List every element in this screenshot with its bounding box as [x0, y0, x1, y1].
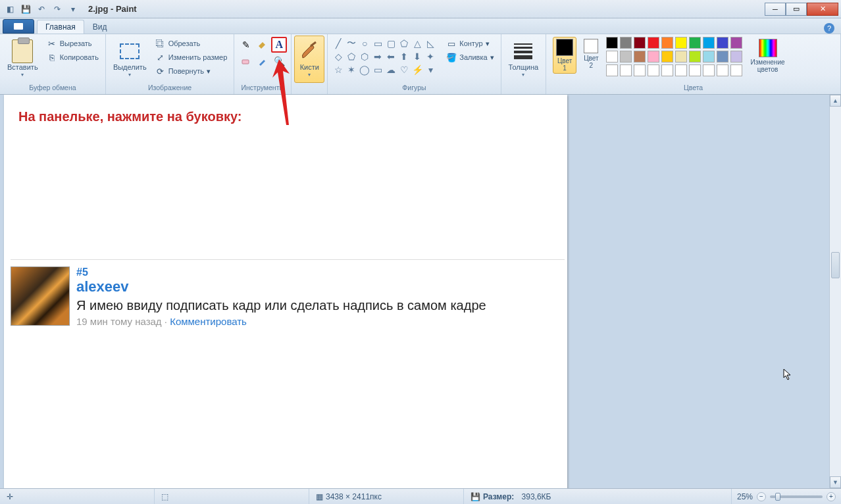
picker-tool[interactable]: [255, 53, 270, 69]
shape-curve[interactable]: 〜: [345, 37, 358, 50]
shape-arrow-r[interactable]: ➡: [371, 50, 384, 63]
palette-color[interactable]: [648, 51, 659, 63]
palette-color[interactable]: [620, 64, 632, 76]
magnifier-tool[interactable]: 🔍: [271, 53, 287, 69]
palette-color[interactable]: [648, 37, 659, 49]
palette-color[interactable]: [634, 37, 646, 49]
cut-button[interactable]: ✂Вырезать: [44, 37, 101, 50]
palette-color[interactable]: [675, 37, 687, 49]
shape-rect[interactable]: ▭: [371, 37, 384, 50]
palette-color[interactable]: [620, 37, 632, 49]
copy-button[interactable]: ⎘Копировать: [44, 51, 101, 64]
fill-button[interactable]: 🪣Заливка ▾: [444, 51, 496, 64]
shape-callout-cloud[interactable]: ☁: [384, 63, 397, 76]
shape-heart[interactable]: ♡: [397, 63, 411, 76]
palette-color[interactable]: [675, 64, 687, 76]
shape-polygon[interactable]: ⬠: [397, 37, 411, 50]
minimize-button[interactable]: ─: [765, 3, 786, 16]
shape-roundrect[interactable]: ▢: [384, 37, 397, 50]
help-icon[interactable]: ?: [824, 23, 834, 34]
palette-color[interactable]: [661, 51, 673, 63]
shape-arrow-l[interactable]: ⬅: [384, 50, 397, 63]
group-image: Выделить ▾ ⿻Обрезать ⤢Изменить размер ⟳П…: [106, 34, 234, 94]
color2-button[interactable]: Цвет 2: [580, 37, 601, 71]
shape-pentagon[interactable]: ⬠: [345, 50, 358, 63]
shape-rtriangle[interactable]: ◺: [424, 37, 437, 50]
edit-colors-button[interactable]: Изменение цветов: [748, 37, 788, 75]
redo-icon[interactable]: ↷: [50, 2, 64, 16]
fill-tool[interactable]: [255, 37, 270, 53]
text-tool[interactable]: A: [271, 37, 287, 53]
palette-color[interactable]: [606, 64, 618, 76]
vertical-scrollbar[interactable]: ▲ ▼: [829, 95, 841, 488]
shape-4star[interactable]: ✦: [424, 50, 437, 63]
paint-menu-icon[interactable]: ◧: [3, 2, 17, 16]
palette-color[interactable]: [606, 37, 618, 49]
outline-button[interactable]: ▭Контур ▾: [444, 37, 496, 50]
tab-home[interactable]: Главная: [37, 20, 84, 34]
shape-arrow-u[interactable]: ⬆: [397, 50, 411, 63]
scroll-down-button[interactable]: ▼: [830, 476, 841, 488]
shape-lightning[interactable]: ⚡: [411, 63, 424, 76]
tab-view[interactable]: Вид: [84, 20, 116, 34]
zoom-out-button[interactable]: −: [757, 492, 766, 501]
shape-hexagon[interactable]: ⬡: [358, 50, 371, 63]
close-button[interactable]: ✕: [807, 3, 838, 16]
workspace[interactable]: На панельке, нажмите на буковку: #5 alex…: [0, 95, 829, 488]
shape-6star[interactable]: ✶: [345, 63, 358, 76]
scroll-up-button[interactable]: ▲: [830, 95, 841, 107]
thickness-button[interactable]: Толщина ▾: [504, 36, 544, 83]
palette-color[interactable]: [717, 64, 728, 76]
palette-color[interactable]: [689, 37, 701, 49]
palette-color[interactable]: [689, 64, 701, 76]
palette-color[interactable]: [661, 64, 673, 76]
palette-color[interactable]: [606, 51, 618, 63]
shape-more[interactable]: ▾: [424, 63, 437, 76]
select-button[interactable]: Выделить ▾: [109, 36, 151, 83]
shape-triangle[interactable]: △: [411, 37, 424, 50]
brushes-button[interactable]: Кисти ▾: [294, 36, 324, 83]
palette-color[interactable]: [634, 51, 646, 63]
group-thickness: Толщина ▾: [501, 34, 547, 94]
file-menu-button[interactable]: [3, 19, 34, 34]
paste-button[interactable]: Вставить ▾: [3, 36, 43, 83]
shape-callout-rect[interactable]: ▭: [371, 63, 384, 76]
maximize-button[interactable]: ▭: [786, 3, 807, 16]
palette-color[interactable]: [730, 37, 742, 49]
shapes-gallery[interactable]: ╱ 〜 ○ ▭ ▢ ⬠ △ ◺ ◇ ⬠ ⬡ ➡ ⬅ ⬆ ⬇ ✦ ☆ ✶ ◯ ▭: [330, 36, 438, 78]
palette-color[interactable]: [620, 51, 632, 63]
undo-icon[interactable]: ↶: [34, 2, 49, 16]
palette-color[interactable]: [661, 37, 673, 49]
palette-color[interactable]: [730, 64, 742, 76]
canvas[interactable]: На панельке, нажмите на буковку: #5 alex…: [4, 95, 567, 488]
window-controls: ─ ▭ ✕: [765, 3, 838, 16]
qat-dropdown-icon[interactable]: ▾: [66, 2, 80, 16]
palette-color[interactable]: [689, 51, 701, 63]
shape-diamond[interactable]: ◇: [332, 50, 345, 63]
shape-5star[interactable]: ☆: [332, 63, 345, 76]
palette-color[interactable]: [703, 64, 715, 76]
resize-button[interactable]: ⤢Изменить размер: [153, 51, 230, 64]
color1-button[interactable]: Цвет 1: [553, 37, 576, 74]
zoom-thumb[interactable]: [775, 493, 780, 501]
rotate-button[interactable]: ⟳Повернуть ▾: [153, 64, 230, 78]
eraser-tool[interactable]: [238, 53, 254, 69]
palette-color[interactable]: [675, 51, 687, 63]
shape-arrow-d[interactable]: ⬇: [411, 50, 424, 63]
palette-color[interactable]: [717, 51, 728, 63]
crop-button[interactable]: ⿻Обрезать: [153, 37, 230, 50]
zoom-slider[interactable]: [770, 495, 823, 498]
scroll-thumb[interactable]: [831, 252, 840, 278]
shape-oval[interactable]: ○: [358, 37, 371, 50]
shape-line[interactable]: ╱: [332, 37, 345, 50]
palette-color[interactable]: [703, 51, 715, 63]
palette-color[interactable]: [634, 64, 646, 76]
save-icon[interactable]: 💾: [18, 2, 33, 16]
palette-color[interactable]: [717, 37, 728, 49]
shape-callout-round[interactable]: ◯: [358, 63, 371, 76]
palette-color[interactable]: [730, 51, 742, 63]
pencil-tool[interactable]: ✎: [238, 37, 254, 53]
zoom-in-button[interactable]: +: [827, 492, 836, 501]
palette-color[interactable]: [648, 64, 659, 76]
palette-color[interactable]: [703, 37, 715, 49]
